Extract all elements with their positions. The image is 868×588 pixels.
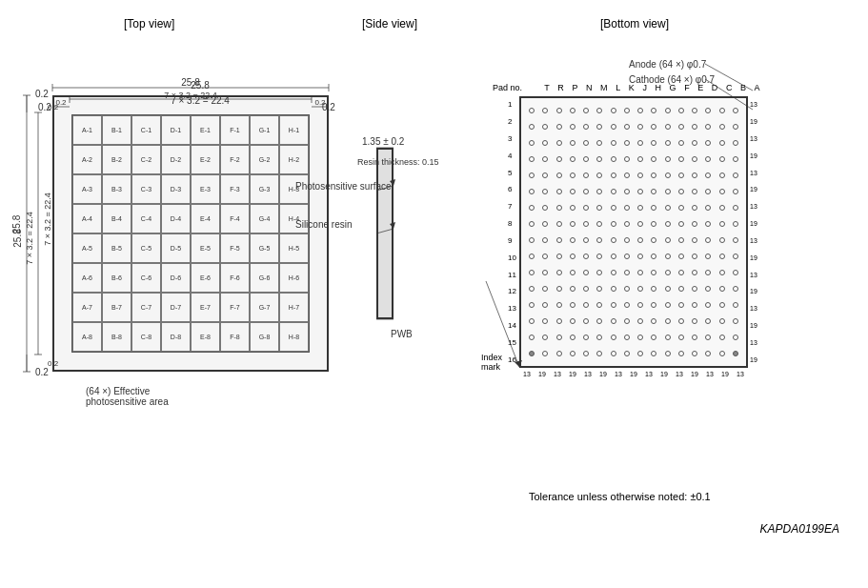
dot xyxy=(719,253,725,259)
dot xyxy=(637,221,643,227)
dot xyxy=(651,108,656,113)
dot-cell xyxy=(716,330,729,346)
grid-cell-E-3: E-3 xyxy=(191,174,220,204)
dot-cell xyxy=(593,233,606,249)
grid-cell-G-2: G-2 xyxy=(250,145,279,174)
dot-cell xyxy=(688,233,701,249)
dot-cell xyxy=(675,183,688,199)
dot xyxy=(719,172,725,178)
dot xyxy=(678,286,684,292)
dot xyxy=(624,270,630,275)
dot-cell xyxy=(634,249,647,265)
dot-cell xyxy=(675,134,688,151)
dot xyxy=(705,205,711,211)
grid-cell-D-4: D-4 xyxy=(161,204,191,233)
grid-cell-G-3: G-3 xyxy=(250,174,279,204)
dot-cell xyxy=(675,102,688,118)
dot xyxy=(596,140,602,146)
side-view-box xyxy=(376,148,394,319)
dot-cell xyxy=(647,265,660,281)
right-label: 13 xyxy=(750,101,757,108)
dot-cell xyxy=(607,134,620,151)
grid-cell-B-5: B-5 xyxy=(102,233,131,263)
dot-cell xyxy=(620,249,634,265)
dot-cell xyxy=(553,134,566,151)
top-view-label: [Top view] xyxy=(124,17,174,30)
dot-cell xyxy=(620,330,634,346)
dot-cell xyxy=(620,314,634,330)
dot-cell xyxy=(538,134,552,151)
diagram-container: [Top view] [Side view] [Bottom view] A-1… xyxy=(0,0,868,588)
bottom-view-label: [Bottom view] xyxy=(600,17,669,30)
dot xyxy=(665,189,671,194)
dot xyxy=(719,108,725,113)
dot xyxy=(611,205,616,211)
dot-cell xyxy=(553,265,566,281)
dim-margin-bottom: 0.2 xyxy=(35,367,49,377)
dot-cell xyxy=(729,249,742,265)
dot xyxy=(556,237,562,243)
dot-cell xyxy=(579,151,593,167)
right-label: 19 xyxy=(750,220,757,227)
dot xyxy=(624,302,630,308)
dot xyxy=(542,237,548,243)
dot xyxy=(624,286,630,292)
dot xyxy=(692,108,697,113)
dot-cell xyxy=(553,297,566,314)
dot-cell xyxy=(593,215,606,232)
dot xyxy=(678,108,684,113)
dot xyxy=(692,205,697,211)
dot-cell xyxy=(620,183,634,199)
dot xyxy=(637,318,643,324)
dot xyxy=(651,253,656,259)
dot xyxy=(529,205,535,211)
dot xyxy=(542,286,548,292)
dot xyxy=(692,124,697,130)
top-view-box: A-1B-1C-1D-1E-1F-1G-1H-1A-2B-2C-2D-2E-2F… xyxy=(52,95,329,372)
grid-cell-E-7: E-7 xyxy=(191,293,220,322)
dot-cell xyxy=(553,167,566,183)
dot-cell xyxy=(688,281,701,297)
dot-cell xyxy=(607,118,620,134)
grid-cell-D-7: D-7 xyxy=(161,293,191,322)
dot xyxy=(611,351,616,356)
dot-cell xyxy=(579,281,593,297)
dot xyxy=(665,351,671,356)
dot-cell xyxy=(566,183,579,199)
dot xyxy=(542,318,548,324)
dot-cell xyxy=(647,102,660,118)
dot xyxy=(542,302,548,308)
dot-cell xyxy=(675,118,688,134)
dot-cell xyxy=(620,199,634,215)
grid-cell-B-8: B-8 xyxy=(102,322,131,352)
dot-cell xyxy=(701,215,715,232)
dot xyxy=(583,221,589,227)
dot xyxy=(692,237,697,243)
dot-cell xyxy=(593,346,606,362)
dot xyxy=(624,172,630,178)
right-label: 13 xyxy=(750,135,757,142)
dot-cell xyxy=(566,281,579,297)
dot xyxy=(596,205,602,211)
dot-cell xyxy=(647,233,660,249)
dot xyxy=(678,189,684,194)
bottom-label: 19 xyxy=(538,371,546,377)
dot xyxy=(665,221,671,227)
dot-cell xyxy=(553,346,566,362)
side-view-label: [Side view] xyxy=(362,17,417,30)
row-number: 8 xyxy=(508,219,516,228)
dot xyxy=(678,302,684,308)
dot xyxy=(542,140,548,146)
grid-cell-A-4: A-4 xyxy=(72,204,102,233)
dot xyxy=(733,140,738,146)
dot xyxy=(637,156,643,162)
dot xyxy=(733,205,738,211)
dot xyxy=(542,270,548,275)
grid-cell-F-5: F-5 xyxy=(220,233,250,263)
dot xyxy=(611,253,616,259)
dot xyxy=(529,156,535,162)
dot xyxy=(529,172,535,178)
dot-cell xyxy=(688,215,701,232)
row-number: 9 xyxy=(508,236,516,245)
dot xyxy=(719,156,725,162)
